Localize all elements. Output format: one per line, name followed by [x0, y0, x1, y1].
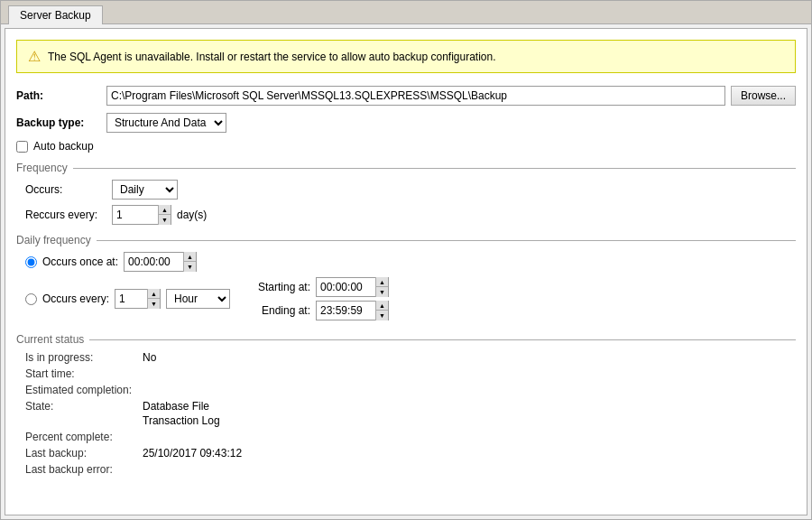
browse-button[interactable]: Browse...	[731, 86, 796, 106]
every-radio[interactable]	[25, 293, 37, 305]
main-window: Server Backup ⚠ The SQL Agent is unavail…	[0, 0, 812, 520]
once-label: Occurs once at:	[42, 255, 118, 268]
every-input[interactable]	[115, 290, 147, 308]
last-backup-error-label: Last backup error:	[25, 463, 143, 476]
tab-server-backup[interactable]: Server Backup	[8, 5, 103, 24]
est-completion-label: Estimated completion:	[25, 384, 143, 396]
every-spin-up[interactable]: ▲	[147, 289, 160, 299]
recurs-input[interactable]	[113, 206, 158, 224]
auto-backup-label: Auto backup	[33, 140, 94, 153]
percent-label: Percent complete:	[25, 431, 143, 443]
percent-row: Percent complete:	[25, 431, 796, 443]
current-status-section: Is in progress: No Start time: Estimated…	[16, 351, 796, 476]
every-label: Occurs every:	[42, 292, 109, 305]
backup-type-row: Backup type: Structure And Data Structur…	[16, 113, 796, 133]
warning-icon: ⚠	[28, 48, 41, 65]
once-spinner: ▲ ▼	[124, 252, 197, 272]
every-outer-row: Occurs every: ▲ ▼ Hour Minute Second	[25, 277, 796, 320]
is-in-progress-value: No	[143, 351, 156, 364]
ending-row: Ending at: ▲ ▼	[243, 301, 389, 320]
path-row: Path: Browse...	[16, 86, 796, 106]
path-label: Path:	[16, 89, 106, 102]
ending-label: Ending at:	[243, 304, 310, 317]
occurs-select[interactable]: Daily Weekly Monthly	[112, 180, 178, 200]
starting-label: Starting at:	[243, 281, 310, 293]
once-row: Occurs once at: ▲ ▼	[25, 252, 796, 272]
daily-frequency-section: Occurs once at: ▲ ▼ Occurs every:	[16, 252, 796, 320]
starting-spin-down[interactable]: ▼	[375, 287, 388, 297]
occurs-label: Occurs:	[25, 183, 106, 196]
once-input[interactable]	[125, 253, 183, 271]
starting-spin-up[interactable]: ▲	[375, 277, 388, 287]
backup-type-label: Backup type:	[16, 116, 106, 129]
current-status-section-label: Current status	[16, 333, 796, 346]
starting-ending: Starting at: ▲ ▼ Ending at:	[243, 277, 389, 320]
recurs-spin-up[interactable]: ▲	[158, 205, 171, 215]
last-backup-value: 25/10/2017 09:43:12	[143, 447, 242, 460]
starting-spinner-btns: ▲ ▼	[375, 277, 388, 297]
start-time-row: Start time:	[25, 367, 796, 380]
auto-backup-row: Auto backup	[16, 140, 796, 153]
alert-text: The SQL Agent is unavailable. Install or…	[48, 51, 496, 63]
backup-type-select[interactable]: Structure And Data Structure Only Data O…	[106, 113, 226, 133]
daily-frequency-section-label: Daily frequency	[16, 234, 796, 246]
once-spinner-btns: ▲ ▼	[183, 252, 196, 272]
every-row: Occurs every: ▲ ▼ Hour Minute Second	[25, 289, 230, 309]
every-unit-select[interactable]: Hour Minute Second	[166, 289, 230, 309]
tab-bar: Server Backup	[1, 1, 811, 24]
recurs-label: Reccurs every:	[25, 209, 106, 221]
state-label: State:	[25, 400, 143, 413]
state-value-1: Database File	[143, 400, 220, 413]
auto-backup-checkbox[interactable]	[16, 141, 28, 153]
ending-spinner: ▲ ▼	[316, 301, 389, 320]
once-spin-up[interactable]: ▲	[183, 252, 196, 262]
recurs-spin-down[interactable]: ▼	[158, 215, 171, 225]
ending-spin-up[interactable]: ▲	[375, 301, 388, 311]
is-in-progress-row: Is in progress: No	[25, 351, 796, 364]
last-backup-label: Last backup:	[25, 447, 143, 460]
once-spin-down[interactable]: ▼	[183, 262, 196, 272]
frequency-section: Occurs: Daily Weekly Monthly Reccurs eve…	[16, 180, 796, 225]
alert-box: ⚠ The SQL Agent is unavailable. Install …	[16, 40, 796, 73]
ending-spinner-btns: ▲ ▼	[375, 301, 388, 320]
start-time-label: Start time:	[25, 367, 143, 380]
state-value-2: Transaction Log	[143, 414, 220, 427]
once-radio[interactable]	[25, 256, 37, 268]
path-input[interactable]	[106, 86, 725, 106]
every-spinner-btns: ▲ ▼	[147, 289, 160, 309]
recurs-spinner-btns: ▲ ▼	[158, 205, 171, 225]
every-spinner: ▲ ▼	[115, 289, 161, 309]
last-backup-row: Last backup: 25/10/2017 09:43:12	[25, 447, 796, 460]
est-completion-row: Estimated completion:	[25, 384, 796, 396]
recurs-spinner: ▲ ▼	[112, 205, 171, 225]
last-backup-error-row: Last backup error:	[25, 463, 796, 476]
is-in-progress-label: Is in progress:	[25, 351, 143, 364]
recurs-unit: day(s)	[177, 209, 207, 221]
ending-input[interactable]	[317, 302, 375, 320]
occurs-row: Occurs: Daily Weekly Monthly	[25, 180, 796, 200]
starting-row: Starting at: ▲ ▼	[243, 277, 389, 297]
state-values: Database File Transaction Log	[143, 400, 220, 427]
recurs-row: Reccurs every: ▲ ▼ day(s)	[25, 205, 796, 225]
starting-input[interactable]	[317, 278, 375, 296]
starting-spinner: ▲ ▼	[316, 277, 389, 297]
frequency-section-label: Frequency	[16, 162, 796, 174]
state-row: State: Database File Transaction Log	[25, 400, 796, 427]
ending-spin-down[interactable]: ▼	[375, 311, 388, 320]
every-spin-down[interactable]: ▼	[147, 299, 160, 309]
content-area: ⚠ The SQL Agent is unavailable. Install …	[5, 28, 807, 515]
